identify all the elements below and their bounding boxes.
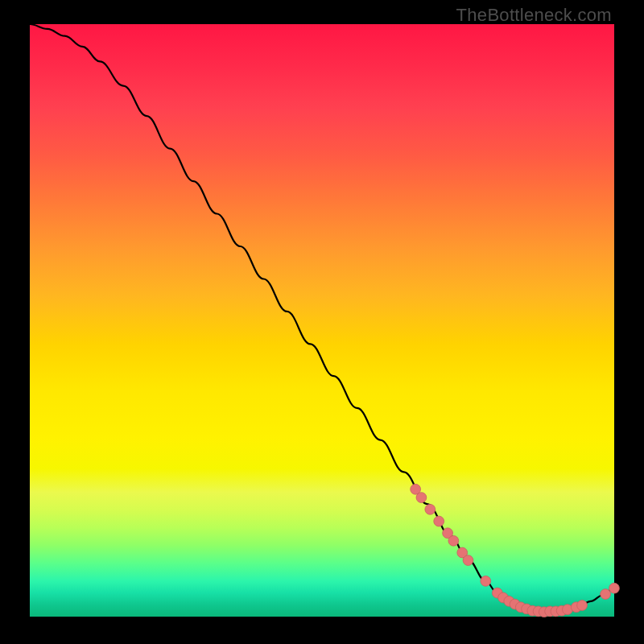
- data-marker: [577, 601, 588, 611]
- bottleneck-curve: [30, 24, 614, 612]
- data-markers: [411, 484, 620, 617]
- data-marker: [434, 516, 444, 526]
- plot-area: [30, 24, 614, 617]
- data-marker: [425, 504, 436, 514]
- watermark-text: TheBottleneck.com: [456, 5, 612, 26]
- data-marker: [601, 589, 611, 600]
- chart-container: TheBottleneck.com: [0, 0, 644, 644]
- data-marker: [416, 493, 427, 503]
- data-marker: [448, 535, 459, 546]
- chart-svg: [30, 24, 614, 617]
- data-marker: [463, 555, 473, 566]
- data-marker: [481, 576, 491, 586]
- data-marker: [609, 583, 620, 593]
